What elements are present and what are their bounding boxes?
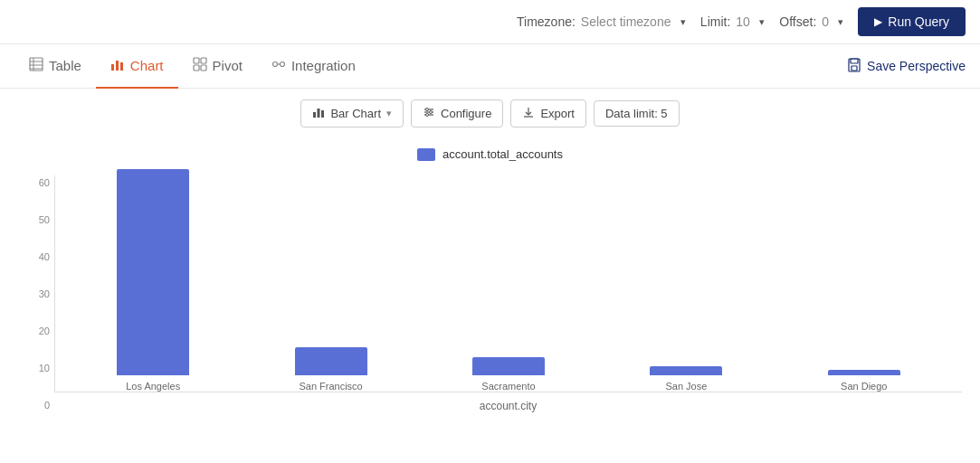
svg-rect-20 xyxy=(321,110,324,118)
svg-rect-8 xyxy=(194,58,199,63)
play-icon: ▶ xyxy=(874,15,882,28)
tab-chart[interactable]: Chart xyxy=(96,44,178,89)
y-label-50: 50 xyxy=(18,214,50,225)
bar-label: Los Angeles xyxy=(126,381,180,392)
bar-group: San Diego xyxy=(828,370,900,392)
bar-label: San Diego xyxy=(841,381,887,392)
limit-label: Limit: xyxy=(700,14,730,29)
chart-legend: account.total_accounts xyxy=(18,147,962,161)
svg-rect-17 xyxy=(852,66,857,71)
run-query-label: Run Query xyxy=(888,14,949,29)
bar-san-diego[interactable] xyxy=(828,370,900,375)
chart-area: account.total_accounts 0 10 20 30 40 50 … xyxy=(0,138,980,463)
table-icon xyxy=(29,57,43,74)
y-label-60: 60 xyxy=(18,177,50,188)
offset-control: Offset: 0 xyxy=(779,14,843,29)
timezone-select[interactable]: Select timezone xyxy=(581,14,686,29)
tab-chart-label: Chart xyxy=(130,58,164,73)
offset-select[interactable]: 0 xyxy=(822,14,843,29)
chart-type-button[interactable]: Bar Chart ▾ xyxy=(300,99,404,128)
chevron-down-icon: ▾ xyxy=(386,108,392,119)
y-label-40: 40 xyxy=(18,251,50,262)
bar-sacramento[interactable] xyxy=(472,357,545,375)
chart-toolbar: Bar Chart ▾ Configure Export Data lim xyxy=(0,89,980,138)
y-label-10: 10 xyxy=(18,363,50,373)
run-query-button[interactable]: ▶ Run Query xyxy=(858,7,966,36)
y-label-20: 20 xyxy=(18,326,50,336)
chart-icon xyxy=(110,57,125,74)
tab-pivot-label: Pivot xyxy=(213,58,243,73)
svg-rect-11 xyxy=(201,65,206,71)
limit-control: Limit: 10 xyxy=(700,14,765,29)
save-perspective-label: Save Perspective xyxy=(867,59,966,73)
svg-rect-19 xyxy=(318,109,320,118)
bar-group: Sacramento xyxy=(472,357,545,392)
chart-type-label: Bar Chart xyxy=(330,107,381,120)
integration-icon xyxy=(271,57,286,74)
configure-icon xyxy=(423,106,435,121)
bars-area-wrapper: Los AngelesSan FranciscoSacramentoSan Jo… xyxy=(54,175,962,392)
tab-pivot[interactable]: Pivot xyxy=(178,44,257,89)
bar-group: Los Angeles xyxy=(117,169,189,392)
x-axis-title: account.city xyxy=(54,400,962,412)
limit-select[interactable]: 10 xyxy=(736,14,765,29)
data-limit-button[interactable]: Data limit: 5 xyxy=(594,100,680,127)
bars-area: Los AngelesSan FranciscoSacramentoSan Jo… xyxy=(54,175,962,392)
bar-san-jose[interactable] xyxy=(650,366,722,375)
pivot-icon xyxy=(193,57,207,74)
offset-label: Offset: xyxy=(779,14,816,29)
bar-group: San Francisco xyxy=(295,347,367,392)
export-button[interactable]: Export xyxy=(510,99,586,128)
bar-label: Sacramento xyxy=(481,381,535,392)
configure-label: Configure xyxy=(441,107,491,120)
y-axis-labels: 0 10 20 30 40 50 60 xyxy=(18,175,50,412)
svg-rect-5 xyxy=(111,64,114,71)
tabs-bar: Table Chart Pivot xyxy=(0,44,980,89)
export-icon xyxy=(522,106,535,121)
save-perspective-icon xyxy=(847,58,861,75)
legend-label: account.total_accounts xyxy=(442,147,563,161)
save-perspective-button[interactable]: Save Perspective xyxy=(847,51,966,82)
tab-table-label: Table xyxy=(49,58,81,73)
svg-rect-7 xyxy=(120,62,123,71)
timezone-label: Timezone: xyxy=(517,14,576,29)
svg-point-13 xyxy=(280,62,284,67)
svg-point-24 xyxy=(426,109,429,111)
top-bar: Timezone: Select timezone Limit: 10 Offs… xyxy=(0,0,980,44)
svg-point-26 xyxy=(426,114,429,117)
bar-san-francisco[interactable] xyxy=(295,347,367,375)
bar-group: San Jose xyxy=(650,366,722,392)
svg-rect-18 xyxy=(313,112,316,118)
svg-rect-16 xyxy=(851,59,858,63)
svg-rect-10 xyxy=(194,65,199,71)
configure-button[interactable]: Configure xyxy=(411,99,503,128)
export-label: Export xyxy=(540,107,575,120)
svg-rect-9 xyxy=(201,58,206,63)
y-label-0: 0 xyxy=(18,400,50,411)
bar-chart-icon xyxy=(312,106,325,121)
data-limit-label: Data limit: 5 xyxy=(605,107,668,120)
tab-table[interactable]: Table xyxy=(14,44,96,89)
timezone-control: Timezone: Select timezone xyxy=(517,14,686,29)
bar-chart-container: 0 10 20 30 40 50 60 Los AngelesSan Franc… xyxy=(18,175,962,458)
svg-point-12 xyxy=(272,62,277,67)
bar-label: San Jose xyxy=(665,381,707,392)
tab-integration[interactable]: Integration xyxy=(257,44,370,89)
legend-color-box xyxy=(417,148,435,161)
svg-point-25 xyxy=(430,111,433,114)
svg-rect-6 xyxy=(116,61,119,71)
y-label-30: 30 xyxy=(18,288,50,299)
bar-label: San Francisco xyxy=(299,381,362,392)
bar-los-angeles[interactable] xyxy=(117,169,189,375)
tab-integration-label: Integration xyxy=(291,58,356,73)
